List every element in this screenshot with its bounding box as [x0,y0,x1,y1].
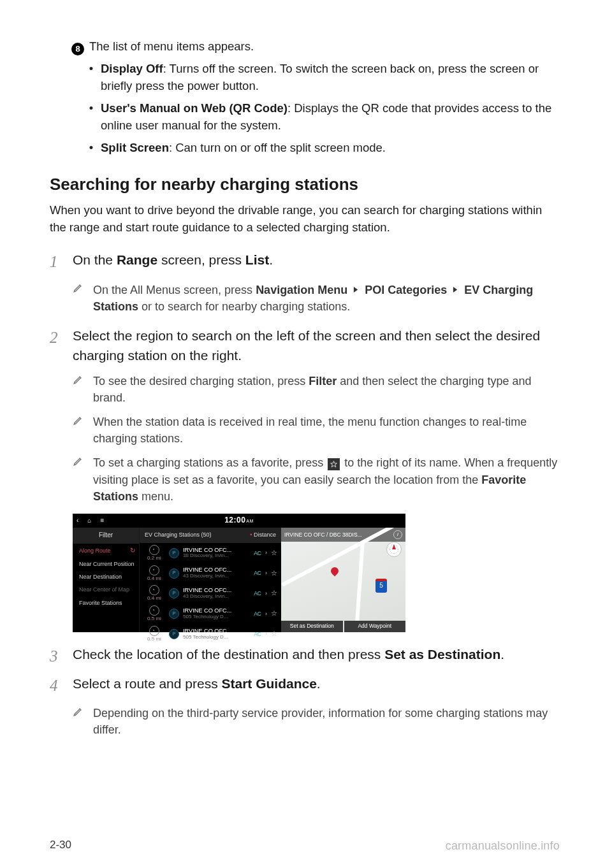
filter-near-destination[interactable]: Near Destination [73,570,139,583]
step-1-note: On the All Menus screen, press Navigatio… [73,281,560,315]
step-4-number: 4 [50,674,64,697]
station-row[interactable]: 0.2 miPIRVINE CO OFC...38 Discovery, Irv… [140,543,281,563]
chevron-right-icon[interactable]: › [265,610,267,618]
filter-along-route[interactable]: Along Route↻ [73,544,139,558]
results-sort[interactable]: • Distance [250,531,276,539]
menu-icon[interactable]: ≡ [100,516,104,526]
filter-header: Filter [73,528,139,544]
bullet-text: Split Screen: Can turn on or off the spl… [101,140,386,157]
favorite-star-icon[interactable]: ☆ [271,588,277,598]
map-title: IRVINE CO OFC / DBC 38DIS... [284,531,362,539]
shot-topbar: ‹ ⌂ ≡ 12:00AM [73,514,405,528]
star-icon [328,458,340,470]
chevron-right-icon [353,281,359,298]
step-4-body: Select a route and press Start Guidance. [73,674,560,697]
station-name: IRVINE CO OFC...505 Technology D... [183,608,250,619]
note-icon [73,281,87,315]
filter-favorite-stations[interactable]: Favorite Stations [73,597,139,609]
bullet-text: User's Manual on Web (QR Code): Displays… [101,100,560,134]
filter-near-current[interactable]: Near Current Position [73,558,139,570]
station-row[interactable]: 0.5 miPIRVINE CO OFC...505 Technology D.… [140,624,281,644]
step-1: 1 On the Range screen, press List. [50,250,560,273]
bullet-display-off: • Display Off: Turns off the screen. To … [88,61,560,95]
distance: 0.4 mi [143,565,165,582]
note-icon [73,373,87,406]
distance: 0.5 mi [143,605,165,622]
results-panel: EV Charging Stations (50) • Distance 0.2… [140,528,281,632]
station-row[interactable]: 0.4 miPIRVINE CO OFC...43 Discovery, Irv… [140,563,281,584]
bullet-text: Display Off: Turns off the screen. To sw… [101,61,560,95]
step-2-note-b: When the station data is received in rea… [73,414,560,447]
chevron-right-icon[interactable]: › [265,569,267,577]
end-note: Depending on the third-party service pro… [50,705,560,738]
station-type-icon: P [169,568,179,579]
bullet-dot-icon: • [88,61,94,95]
chevron-right-icon [453,281,458,298]
station-row[interactable]: 0.4 miPIRVINE CO OFC...43 Discovery, Irv… [140,583,281,604]
section-intro: When you want to drive beyond the drivab… [50,202,560,236]
charger-type: AC [254,569,261,577]
item-8-bullets: • Display Off: Turns off the screen. To … [88,61,560,156]
map-pin-icon [330,565,340,576]
station-name: IRVINE CO OFC...43 Discovery, Irvin... [183,588,250,599]
refresh-icon[interactable]: ↻ [130,547,135,554]
note-icon [73,454,87,504]
note-text: To set a charging stations as a favorite… [93,454,560,504]
step-1-body: On the Range screen, press List. [73,250,560,273]
note-icon [73,705,87,738]
step-3: 3 Check the location of the destination … [50,645,560,668]
note-icon [73,414,87,447]
watermark: carmanualsonline.info [446,837,560,854]
favorite-star-icon[interactable]: ☆ [271,629,277,639]
chevron-right-icon[interactable]: › [265,549,267,557]
filter-panel: Filter Along Route↻ Near Current Positio… [73,528,140,632]
favorite-star-icon[interactable]: ☆ [271,568,277,579]
add-waypoint-button[interactable]: Add Waypoint [344,621,406,632]
chevron-right-icon[interactable]: › [265,630,267,638]
clock: 12:00AM [224,515,254,526]
favorite-star-icon[interactable]: ☆ [271,548,277,558]
page-footer: 2-30 carmanualsonline.info [50,837,560,854]
item-8-text: The list of menu items appears. [89,40,254,53]
step-4: 4 Select a route and press Start Guidanc… [50,674,560,697]
step-2-note-a: To see the desired charging station, pre… [73,373,560,406]
charger-type: AC [254,630,261,638]
station-type-icon: P [169,609,179,619]
chevron-right-icon[interactable]: › [265,590,267,598]
charger-type: AC [254,610,261,618]
compass-icon[interactable] [386,542,402,557]
station-name: IRVINE CO OFC...505 Technology D... [183,628,250,640]
results-header: EV Charging Stations (50) • Distance [140,528,281,543]
page-number: 2-30 [50,837,71,854]
station-type-icon: P [169,548,179,558]
bullet-user-manual-qr: • User's Manual on Web (QR Code): Displa… [88,100,560,134]
station-type-icon: P [169,588,179,598]
ev-search-screenshot: ‹ ⌂ ≡ 12:00AM Filter Along Route↻ Near C… [73,514,405,632]
marker-8-icon: 8 [71,43,84,55]
map-panel[interactable]: IRVINE CO OFC / DBC 38DIS... i 5 Set as … [281,528,405,632]
interstate-shield-icon: 5 [375,579,387,593]
distance: 0.4 mi [143,585,165,602]
step-2-body: Select the region to search on the left … [73,326,560,365]
set-as-destination-button[interactable]: Set as Destination [281,621,343,632]
bullet-dot-icon: • [88,140,94,157]
filter-near-center-map[interactable]: Near Center of Map [73,583,139,596]
favorite-star-icon[interactable]: ☆ [271,609,277,619]
charger-type: AC [254,590,261,597]
station-type-icon: P [169,629,179,639]
station-name: IRVINE CO OFC...38 Discovery, Irvin... [183,547,250,559]
note-text: On the All Menus screen, press Navigatio… [93,281,560,315]
back-icon[interactable]: ‹ [76,516,78,526]
item-8: 8The list of menu items appears. [71,38,560,55]
home-icon[interactable]: ⌂ [87,516,91,526]
station-name: IRVINE CO OFC...43 Discovery, Irvin... [183,567,250,579]
step-1-number: 1 [50,250,64,273]
note-text: To see the desired charging station, pre… [93,373,560,406]
step-2: 2 Select the region to search on the lef… [50,326,560,365]
step-3-body: Check the location of the destination an… [73,645,560,668]
note-text: Depending on the third-party service pro… [93,705,560,738]
charger-type: AC [254,549,261,557]
step-2-note-c: To set a charging stations as a favorite… [73,454,560,504]
station-row[interactable]: 0.5 miPIRVINE CO OFC...505 Technology D.… [140,604,281,624]
info-icon[interactable]: i [393,530,402,539]
